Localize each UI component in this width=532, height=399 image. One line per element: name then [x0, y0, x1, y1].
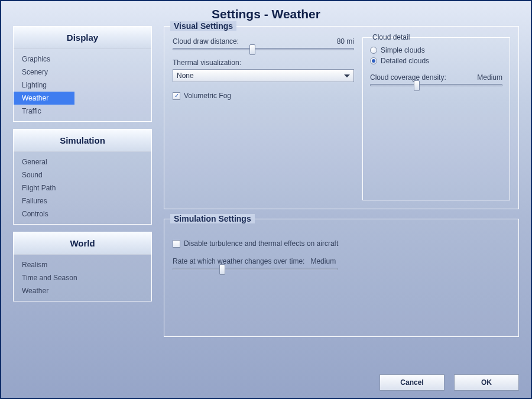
thermal-label: Thermal visualization:: [173, 59, 354, 67]
disable-turbulence-label: Disable turbulence and thermal effects o…: [184, 239, 338, 248]
sidebar-section-title: World: [14, 232, 151, 255]
sidebar-item-weather[interactable]: Weather: [14, 92, 74, 105]
cancel-button[interactable]: Cancel: [379, 374, 445, 391]
density-slider[interactable]: [370, 84, 502, 86]
content-area: Visual Settings Cloud draw distance: 80 …: [164, 26, 519, 337]
density-label: Cloud coverage density:: [370, 73, 446, 82]
visual-settings-title: Visual Settings: [170, 21, 236, 31]
cloud-detail-title: Cloud detail: [369, 33, 413, 41]
disable-turbulence-checkbox[interactable]: Disable turbulence and thermal effects o…: [173, 239, 338, 248]
sidebar-section-title: Simulation: [14, 129, 151, 152]
rate-label: Rate at which weather changes over time:: [173, 257, 304, 265]
density-value: Medium: [477, 73, 502, 82]
rate-value: Medium: [310, 257, 336, 265]
sidebar-item-time-and-season[interactable]: Time and Season: [14, 271, 151, 284]
sidebar-item-general[interactable]: General: [14, 155, 151, 168]
cloud-detail-radio[interactable]: Detailed clouds: [370, 57, 502, 65]
cloud-draw-label: Cloud draw distance:: [173, 37, 239, 46]
sidebar-item-flight-path[interactable]: Flight Path: [14, 181, 151, 194]
sidebar: DisplayGraphicsSceneryLightingWeatherTra…: [13, 26, 152, 337]
sidebar-section: DisplayGraphicsSceneryLightingWeatherTra…: [13, 26, 152, 122]
sidebar-item-weather[interactable]: Weather: [14, 284, 151, 297]
sidebar-item-graphics[interactable]: Graphics: [14, 53, 151, 66]
volumetric-fog-checkbox[interactable]: ✓ Volumetric Fog: [173, 92, 231, 100]
page-title: Settings - Weather: [1, 1, 531, 26]
cloud-draw-value: 80 mi: [337, 37, 354, 46]
sidebar-section: WorldRealismTime and SeasonWeather: [13, 232, 152, 301]
sidebar-item-sound[interactable]: Sound: [14, 168, 151, 181]
thermal-dropdown[interactable]: None: [173, 69, 354, 82]
footer-buttons: Cancel OK: [379, 374, 519, 391]
radio-label: Detailed clouds: [381, 57, 429, 65]
volumetric-fog-label: Volumetric Fog: [184, 92, 231, 100]
sidebar-section: SimulationGeneralSoundFlight PathFailure…: [13, 129, 152, 225]
cloud-detail-radio[interactable]: Simple clouds: [370, 46, 502, 54]
sidebar-item-scenery[interactable]: Scenery: [14, 66, 151, 79]
sidebar-item-failures[interactable]: Failures: [14, 194, 151, 207]
visual-settings-group: Visual Settings Cloud draw distance: 80 …: [164, 26, 519, 209]
rate-slider[interactable]: [173, 268, 338, 270]
sidebar-item-controls[interactable]: Controls: [14, 207, 151, 220]
simulation-settings-group: Simulation Settings Disable turbulence a…: [164, 219, 519, 337]
sim-settings-title: Simulation Settings: [170, 214, 255, 223]
radio-label: Simple clouds: [381, 46, 425, 54]
chevron-down-icon: [344, 74, 350, 77]
sidebar-section-title: Display: [14, 27, 151, 49]
cloud-detail-group: Cloud detail Simple cloudsDetailed cloud…: [362, 37, 510, 200]
sidebar-item-realism[interactable]: Realism: [14, 258, 151, 271]
sidebar-item-traffic[interactable]: Traffic: [14, 105, 151, 118]
sidebar-item-lighting[interactable]: Lighting: [14, 79, 151, 92]
thermal-value: None: [177, 72, 194, 80]
ok-button[interactable]: OK: [454, 374, 519, 391]
cloud-draw-slider[interactable]: [173, 48, 354, 50]
